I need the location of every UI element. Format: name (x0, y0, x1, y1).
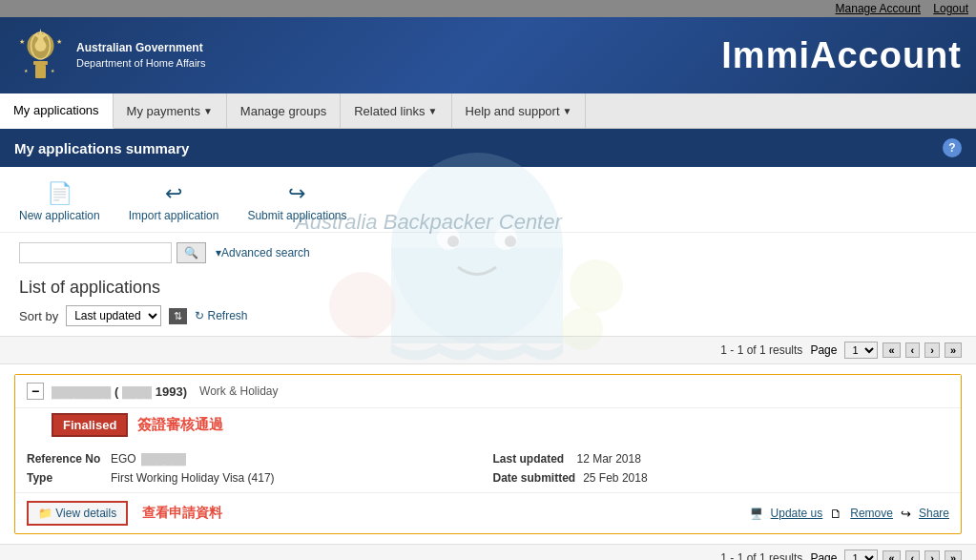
last-updated-row: Last updated 12 Mar 2018 (493, 452, 950, 466)
last-updated-value: 12 Mar 2018 (577, 452, 641, 466)
search-input[interactable] (19, 242, 172, 263)
help-icon[interactable]: ? (943, 138, 962, 157)
new-application-icon: 📄 (47, 181, 73, 206)
sort-order-button[interactable]: ⇅ (169, 308, 187, 324)
date-submitted-value: 25 Feb 2018 (583, 471, 647, 485)
update-icon: 🖥️ (750, 508, 763, 520)
first-page-btn-top[interactable]: « (883, 342, 900, 358)
sort-label: Sort by (19, 309, 58, 323)
last-page-btn-bottom[interactable]: » (945, 550, 962, 560)
ref-label: Reference No (27, 452, 103, 466)
main-nav: My applications My payments ▼ Manage gro… (0, 93, 976, 129)
logo-line2: Department of Home Affairs (76, 56, 206, 71)
date-submitted-row: Date submitted 25 Feb 2018 (493, 471, 950, 485)
sort-select[interactable]: Last updated (66, 305, 161, 326)
app-year: 1993) (156, 384, 187, 399)
import-application-link[interactable]: ↩ Import application (129, 181, 219, 222)
nav-my-payments[interactable]: My payments ▼ (114, 93, 227, 128)
next-page-btn-top[interactable]: › (924, 342, 940, 358)
ref-value: EGO ██████ (111, 452, 186, 466)
footer-links: 🖥️ Update us 🗋 Remove ↪ Share (750, 507, 949, 521)
search-bar: 🔍 ▾Advanced search (0, 233, 976, 273)
header: ★ ★ ★ ★ Australian Government Department… (0, 17, 976, 93)
nav-my-applications[interactable]: My applications (0, 93, 114, 129)
new-application-link[interactable]: 📄 New application (19, 181, 100, 222)
page-select-bottom[interactable]: 1 (844, 550, 878, 560)
app-actions: 📄 New application ↩ Import application ↪… (0, 167, 976, 233)
view-details-cn: 查看申請資料 (142, 505, 222, 522)
dropdown-caret-payments: ▼ (203, 106, 213, 116)
list-title: List of applications (19, 278, 957, 298)
type-row: Type First Working Holiday Visa (417) (27, 471, 484, 485)
svg-rect-4 (33, 61, 48, 65)
logo-text: Australian Government Department of Home… (76, 40, 206, 71)
bottom-pagination: 1 - 1 of 1 results Page 1 « ‹ › » (0, 544, 976, 560)
nav-help-support[interactable]: Help and support ▼ (452, 93, 587, 128)
section-header: My applications summary ? (0, 129, 976, 167)
share-link[interactable]: Share (919, 507, 949, 520)
page-select-top[interactable]: 1 (844, 342, 878, 359)
sort-bar: Sort by Last updated ⇅ ↻ Refresh (19, 305, 957, 326)
prev-page-btn-top[interactable]: ‹ (905, 342, 921, 358)
manage-account-link[interactable]: Manage Account (836, 2, 921, 15)
nav-related-links[interactable]: Related links ▼ (341, 93, 451, 128)
advanced-search-link[interactable]: ▾Advanced search (216, 246, 310, 259)
app-details: Reference No EGO ██████ Last updated 12 … (15, 445, 961, 492)
submit-applications-label: Submit applications (247, 209, 346, 222)
svg-text:★: ★ (51, 68, 55, 73)
logo-line1: Australian Government (76, 40, 206, 56)
view-details-button[interactable]: 📁 View details (27, 501, 128, 526)
date-submitted-label: Date submitted (493, 471, 576, 485)
status-section: Finalised 簽證審核通過 (15, 408, 961, 445)
results-count: 1 - 1 of 1 results (720, 343, 802, 357)
import-application-icon: ↩ (165, 181, 182, 206)
ref-row: Reference No EGO ██████ (27, 452, 484, 466)
status-text-cn: 簽證審核通過 (137, 416, 223, 434)
results-count-bottom: 1 - 1 of 1 results (720, 551, 802, 560)
separator-1: 🗋 (830, 507, 842, 521)
nav-manage-groups[interactable]: Manage groups (227, 93, 341, 128)
import-application-label: Import application (129, 209, 219, 222)
logo: ★ ★ ★ ★ Australian Government Department… (14, 27, 206, 84)
submit-applications-icon: ↪ (288, 181, 305, 206)
search-button[interactable]: 🔍 (177, 242, 206, 263)
svg-rect-5 (35, 65, 46, 78)
separator-2: ↪ (901, 507, 911, 521)
remove-link[interactable]: Remove (850, 507, 893, 520)
svg-text:★: ★ (56, 38, 62, 45)
top-bar: Manage Account Logout (0, 0, 976, 17)
dropdown-caret-related: ▼ (428, 106, 438, 116)
main-content: My applications summary ? 📄 New applicat… (0, 129, 976, 560)
svg-point-2 (35, 40, 47, 52)
crest-icon: ★ ★ ★ ★ (14, 27, 67, 84)
site-title: ImmiAccount (721, 35, 962, 76)
status-badge: Finalised (52, 413, 128, 437)
app-card-header: − ████████ ( ████ 1993) Work & Holiday (15, 375, 961, 408)
prev-page-btn-bottom[interactable]: ‹ (905, 550, 921, 560)
svg-text:★: ★ (24, 68, 29, 73)
application-card: − ████████ ( ████ 1993) Work & Holiday F… (14, 374, 962, 534)
page-label-bottom: Page (810, 551, 837, 560)
next-page-btn-bottom[interactable]: › (924, 550, 940, 560)
collapse-button[interactable]: − (27, 383, 44, 400)
svg-text:★: ★ (19, 38, 25, 45)
dropdown-caret-help: ▼ (563, 106, 572, 116)
last-page-btn-top[interactable]: » (945, 342, 962, 358)
new-application-label: New application (19, 209, 100, 222)
last-updated-label: Last updated (493, 452, 570, 466)
app-bracket-open: ( (114, 384, 118, 399)
first-page-btn-bottom[interactable]: « (883, 550, 900, 560)
update-us-link[interactable]: Update us (771, 507, 823, 520)
app-name: ████████ ( ████ 1993) (52, 384, 187, 399)
app-footer: 📁 View details 查看申請資料 🖥️ Update us 🗋 Rem… (15, 492, 961, 533)
refresh-link[interactable]: ↻ Refresh (195, 309, 247, 322)
app-type-label: Work & Holiday (199, 384, 278, 398)
list-header: List of applications Sort by Last update… (0, 273, 976, 336)
type-label: Type (27, 471, 103, 485)
submit-applications-link[interactable]: ↪ Submit applications (247, 181, 346, 222)
top-pagination: 1 - 1 of 1 results Page 1 « ‹ › » (0, 336, 976, 364)
page-label: Page (810, 343, 837, 357)
type-value: First Working Holiday Visa (417) (111, 471, 275, 485)
section-title: My applications summary (14, 140, 189, 156)
logout-link[interactable]: Logout (933, 2, 968, 15)
